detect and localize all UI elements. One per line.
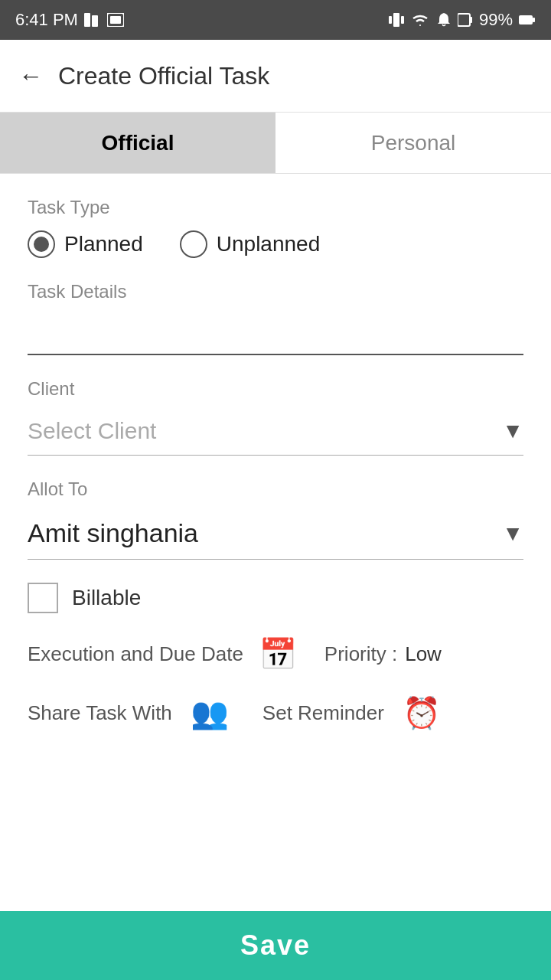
time-display: 6:41 PM <box>15 10 78 30</box>
svg-rect-5 <box>389 16 392 24</box>
priority-group: Priority : Low <box>324 642 442 666</box>
svg-rect-7 <box>458 14 470 26</box>
exec-priority-row: Execution and Due Date 📅 Priority : Low <box>28 636 523 672</box>
client-chevron-icon: ▼ <box>502 419 523 443</box>
radio-planned-inner <box>34 237 49 252</box>
client-placeholder: Select Client <box>28 418 156 444</box>
bell-icon <box>436 11 452 28</box>
svg-rect-10 <box>533 18 535 22</box>
share-reminder-row: Share Task With 👥 Set Reminder ⏰ <box>28 695 523 731</box>
sim-icon <box>84 13 101 27</box>
radio-unplanned-label: Unplanned <box>217 232 320 256</box>
task-type-radio-group: Planned Unplanned <box>28 230 523 258</box>
execution-label: Execution and Due Date <box>28 642 243 666</box>
group-icon[interactable]: 👥 <box>191 695 229 731</box>
save-label: Save <box>240 929 311 962</box>
alarm-icon[interactable]: ⏰ <box>403 695 441 731</box>
wifi-icon <box>410 12 430 28</box>
battery-percent: 99% <box>479 10 513 30</box>
radio-unplanned[interactable]: Unplanned <box>180 230 320 258</box>
tabs-container: Official Personal <box>0 113 551 174</box>
tab-official[interactable]: Official <box>0 113 276 173</box>
tab-personal[interactable]: Personal <box>276 113 551 173</box>
radio-unplanned-outer[interactable] <box>180 230 207 258</box>
svg-rect-0 <box>84 13 90 27</box>
priority-value: Low <box>405 642 442 666</box>
task-type-label: Task Type <box>28 197 523 218</box>
battery-full-icon <box>519 15 536 25</box>
svg-rect-3 <box>110 16 121 24</box>
allot-chevron-icon: ▼ <box>502 521 523 546</box>
record-icon <box>107 13 124 27</box>
svg-rect-4 <box>393 13 399 27</box>
save-button[interactable]: Save <box>0 911 551 980</box>
task-details-label: Task Details <box>28 281 523 302</box>
allot-dropdown[interactable]: Amit singhania ▼ <box>28 508 523 560</box>
radio-planned-label: Planned <box>64 232 143 256</box>
billable-checkbox[interactable] <box>28 583 58 613</box>
calendar-icon[interactable]: 📅 <box>259 636 297 672</box>
back-button[interactable]: ← <box>18 62 43 90</box>
svg-rect-1 <box>92 15 98 27</box>
task-details-section: Task Details <box>28 281 523 355</box>
svg-rect-6 <box>401 16 404 24</box>
status-bar: 6:41 PM <box>0 0 551 40</box>
status-icons: 99% <box>389 10 536 30</box>
page-title: Create Official Task <box>58 62 269 90</box>
reminder-label: Set Reminder <box>262 701 384 725</box>
client-label: Client <box>28 378 523 400</box>
radio-planned[interactable]: Planned <box>28 230 143 258</box>
status-time: 6:41 PM <box>15 10 124 30</box>
svg-rect-8 <box>470 17 472 23</box>
share-label: Share Task With <box>28 701 172 725</box>
billable-section: Billable <box>28 583 523 613</box>
allot-value: Amit singhania <box>28 518 198 548</box>
task-details-input[interactable] <box>28 318 523 355</box>
allot-section: Allot To Amit singhania ▼ <box>28 479 523 560</box>
allot-label: Allot To <box>28 479 523 500</box>
priority-label: Priority : <box>324 642 397 666</box>
header: ← Create Official Task <box>0 40 551 113</box>
vibrate-icon <box>389 11 404 28</box>
client-dropdown[interactable]: Select Client ▼ <box>28 407 523 456</box>
radio-planned-outer[interactable] <box>28 230 55 258</box>
task-type-section: Task Type Planned Unplanned <box>28 197 523 258</box>
billable-label: Billable <box>72 586 141 610</box>
svg-rect-9 <box>519 15 533 24</box>
battery-outline-icon <box>458 11 473 28</box>
client-section: Client Select Client ▼ <box>28 378 523 456</box>
form-area: Task Type Planned Unplanned Task Details… <box>0 174 551 877</box>
